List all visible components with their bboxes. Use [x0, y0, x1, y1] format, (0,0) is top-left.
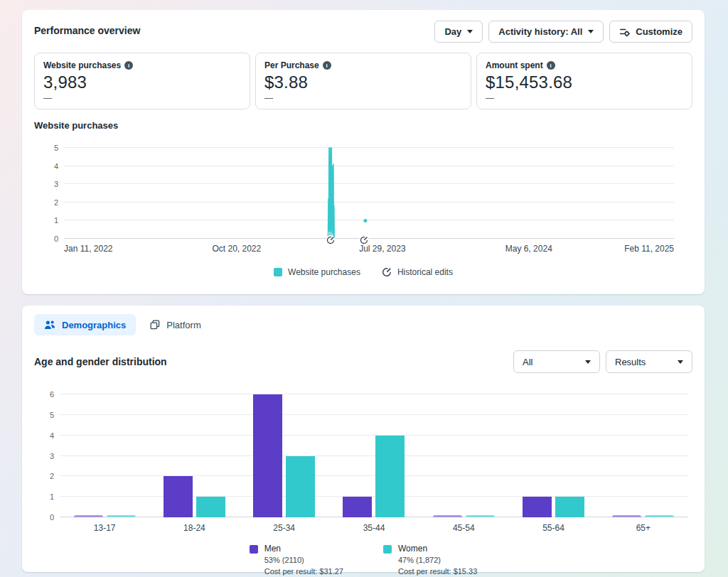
- tab-label: Demographics: [62, 320, 126, 330]
- bar-group-65+: [599, 394, 688, 517]
- x-tick-label: 45-54: [419, 523, 508, 533]
- line-chart-x-axis: Jan 11, 2022Oct 20, 2022Jul 29, 2023May …: [64, 244, 674, 255]
- bar-group-18-24: [149, 394, 239, 517]
- bar-women-65+[interactable]: [645, 515, 674, 517]
- legend-historical-edits: Historical edits: [382, 267, 453, 277]
- series-swatch: [274, 268, 282, 276]
- metric-value: $15,453.68: [486, 72, 683, 92]
- bar-men-18-24[interactable]: [164, 476, 193, 517]
- chevron-down-icon: [467, 30, 473, 33]
- bar-group-13-17: [60, 394, 149, 517]
- x-tick-label: 65+: [599, 523, 688, 533]
- customize-button[interactable]: Customize: [609, 21, 692, 43]
- x-tick-label: 13-17: [60, 523, 149, 533]
- x-tick-label: 35-44: [329, 523, 419, 533]
- bar-women-25-34[interactable]: [286, 456, 315, 518]
- bar-women-55-64[interactable]: [555, 497, 584, 517]
- metric-value: 3,983: [43, 72, 241, 92]
- metric-website-purchases: Website purchases i 3,983 —: [34, 53, 250, 109]
- x-tick-label: Jan 11, 2022: [64, 244, 113, 254]
- metric-sub: —: [264, 93, 462, 103]
- breakdown-tabs: Demographics Platform: [34, 314, 692, 335]
- day-dropdown-button[interactable]: Day: [434, 21, 483, 43]
- legend-cost: Cost per result: $31.27: [264, 567, 343, 576]
- bar-columns: [60, 394, 688, 517]
- performance-controls: Day Activity history: All Customize: [434, 21, 692, 43]
- legend-name: Men: [264, 544, 343, 554]
- women-swatch: [383, 545, 392, 554]
- men-swatch: [250, 545, 258, 554]
- age-gender-bar-chart: 0123456: [60, 394, 688, 517]
- bar-group-45-54: [419, 394, 508, 517]
- metric-value: $3.88: [264, 72, 462, 92]
- line-chart-legend: Website purchases Historical edits: [34, 267, 692, 277]
- bar-men-55-64[interactable]: [523, 497, 552, 517]
- day-dropdown-label: Day: [444, 26, 461, 37]
- legend-men: Men 53% (2110) Cost per result: $31.27: [250, 544, 343, 576]
- customize-label: Customize: [636, 26, 682, 37]
- info-icon[interactable]: i: [547, 61, 555, 70]
- dropdown-value: Results: [615, 357, 646, 367]
- metric-label: Amount spent: [486, 60, 543, 70]
- bar-women-18-24[interactable]: [196, 497, 225, 517]
- bar-women-35-44[interactable]: [375, 436, 405, 517]
- legend-label: Website purchases: [288, 267, 360, 277]
- legend-share: 53% (2110): [264, 556, 343, 565]
- info-icon[interactable]: i: [124, 61, 133, 70]
- metric-label: Website purchases: [43, 60, 121, 70]
- bar-chart-legend: Men 53% (2110) Cost per result: $31.27 W…: [34, 544, 692, 576]
- activity-history-dropdown-button[interactable]: Activity history: All: [488, 21, 604, 43]
- legend-share: 47% (1,872): [398, 556, 477, 565]
- performance-overview-title: Performance overview: [34, 21, 140, 36]
- bar-men-35-44[interactable]: [343, 497, 372, 517]
- line-chart-title: Website purchases: [34, 120, 692, 131]
- historical-edits-icon: [382, 267, 392, 277]
- dropdown-value: All: [523, 357, 532, 367]
- activity-history-label: Activity history: All: [498, 26, 582, 37]
- info-icon[interactable]: i: [323, 61, 331, 70]
- bar-men-65+[interactable]: [612, 515, 641, 517]
- x-tick-label: Oct 20, 2022: [212, 244, 261, 254]
- customize-sliders-icon: [619, 27, 630, 37]
- legend-label: Historical edits: [397, 267, 453, 277]
- chevron-down-icon: [678, 360, 683, 364]
- bar-women-45-54[interactable]: [466, 515, 495, 517]
- metric-filter-dropdown[interactable]: Results: [606, 350, 692, 373]
- chevron-down-icon: [585, 360, 591, 364]
- performance-overview-card: Performance overview Day Activity histor…: [22, 10, 705, 294]
- y-tick-label: 2: [36, 472, 54, 480]
- chevron-down-icon: [588, 30, 594, 33]
- y-tick-label: 5: [40, 144, 58, 152]
- legend-name: Women: [398, 544, 477, 554]
- y-tick-label: 3: [40, 180, 58, 188]
- metric-cards: Website purchases i 3,983 — Per Purchase…: [34, 53, 692, 109]
- y-tick-label: 6: [36, 390, 54, 399]
- bar-chart-x-axis: 13-1718-2425-3435-4445-5455-6465+: [60, 523, 688, 533]
- metric-amount-spent: Amount spent i $15,453.68 —: [476, 53, 692, 109]
- tab-demographics[interactable]: Demographics: [34, 314, 136, 335]
- bar-men-45-54[interactable]: [433, 515, 462, 517]
- age-gender-title: Age and gender distribution: [34, 356, 167, 367]
- legend-website-purchases: Website purchases: [274, 267, 360, 277]
- bar-men-13-17[interactable]: [74, 515, 103, 517]
- y-tick-label: 1: [40, 216, 58, 225]
- tab-label: Platform: [166, 320, 200, 330]
- y-tick-label: 0: [40, 234, 58, 243]
- metric-sub: —: [43, 93, 241, 103]
- breakdown-filter-dropdown[interactable]: All: [513, 350, 600, 373]
- tab-platform[interactable]: Platform: [140, 314, 210, 335]
- legend-women: Women 47% (1,872) Cost per result: $15.3…: [383, 544, 477, 576]
- website-purchases-series: [64, 148, 674, 239]
- bar-men-25-34[interactable]: [253, 394, 282, 517]
- x-tick-label: 18-24: [149, 523, 239, 533]
- platform-windows-icon: [150, 320, 160, 330]
- y-tick-label: 1: [36, 492, 54, 501]
- people-icon: [44, 320, 55, 330]
- x-tick-label: 25-34: [240, 523, 329, 533]
- y-tick-label: 4: [36, 431, 54, 440]
- metric-per-purchase: Per Purchase i $3.88 —: [255, 53, 471, 109]
- metric-sub: —: [486, 93, 683, 103]
- bar-women-13-17[interactable]: [107, 515, 136, 517]
- y-tick-label: 0: [36, 513, 54, 522]
- bar-group-25-34: [240, 394, 329, 517]
